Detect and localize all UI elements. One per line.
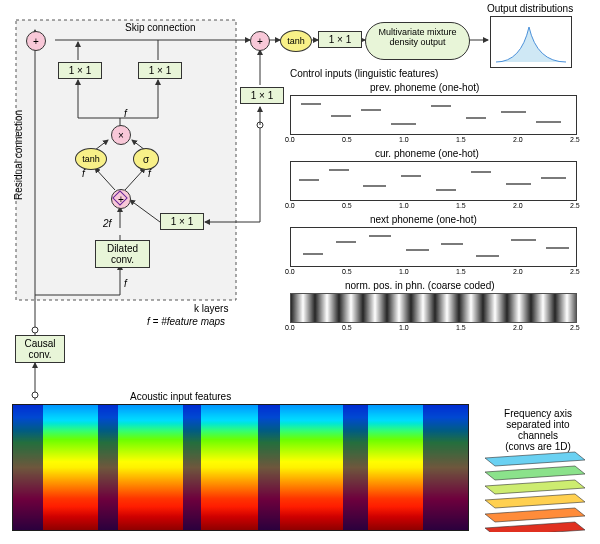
- nextphon-label: next phoneme (one-hot): [370, 214, 477, 225]
- tick-label: 2.0: [513, 324, 523, 331]
- svg-rect-61: [343, 405, 368, 530]
- skip-add-icon: +: [250, 31, 270, 51]
- tick-label: 2.5: [570, 136, 580, 143]
- tick-label: 2.5: [570, 268, 580, 275]
- spectrogram: [12, 404, 469, 531]
- svg-rect-60: [258, 405, 280, 530]
- svg-marker-67: [485, 508, 585, 522]
- svg-marker-66: [485, 494, 585, 508]
- mdn-output: Multivariate mixture density output: [365, 22, 470, 60]
- cur-phoneme-plot: [290, 161, 577, 201]
- ctrl-label: Control inputs (linguistic features): [290, 68, 438, 79]
- channel-strips: [485, 448, 585, 528]
- freqaxis-label: Frequency axis separated into channels (…: [488, 408, 588, 452]
- tick-label: 0.5: [342, 202, 352, 209]
- tick-label: 0.0: [285, 136, 295, 143]
- svg-rect-57: [13, 405, 43, 530]
- tick-label: 1.5: [456, 324, 466, 331]
- tick-label: 0.0: [285, 202, 295, 209]
- f-label: f: [124, 278, 127, 289]
- conv-1x1-cond: 1 × 1: [240, 87, 284, 104]
- tick-label: 0.5: [342, 136, 352, 143]
- svg-rect-59: [183, 405, 201, 530]
- svg-marker-65: [485, 480, 585, 494]
- tick-label: 2.0: [513, 202, 523, 209]
- curphon-label: cur. phoneme (one-hot): [375, 148, 479, 159]
- svg-rect-32: [113, 191, 127, 205]
- k-layers-label: k layers: [194, 303, 228, 314]
- outdist-label: Output distributions: [487, 3, 573, 14]
- conv-1x1: 1 × 1: [138, 62, 182, 79]
- next-phoneme-plot: [290, 227, 577, 267]
- residual-label: Residual connection: [13, 110, 24, 200]
- svg-rect-58: [98, 405, 118, 530]
- tick-label: 2.5: [570, 202, 580, 209]
- svg-point-30: [32, 392, 38, 398]
- tanh-activation: tanh: [280, 30, 312, 52]
- skip-label: Skip connection: [125, 22, 196, 33]
- f-label: f: [82, 168, 85, 179]
- tick-label: 2.5: [570, 324, 580, 331]
- f-label: f: [148, 168, 151, 179]
- normpos-plot: [290, 293, 577, 323]
- causal-conv: Causal conv.: [15, 335, 65, 363]
- tick-label: 1.0: [399, 136, 409, 143]
- svg-marker-68: [485, 522, 585, 532]
- prev-phoneme-plot: [290, 95, 577, 135]
- sigmoid-activation: σ: [133, 148, 159, 170]
- tick-label: 2.0: [513, 268, 523, 275]
- tick-label: 0.5: [342, 268, 352, 275]
- normpos-label: norm. pos. in phn. (coarse coded): [345, 280, 495, 291]
- f-label: f: [124, 108, 127, 119]
- gate-multiply-icon: ×: [111, 125, 131, 145]
- tick-label: 0.0: [285, 268, 295, 275]
- tick-label: 1.0: [399, 268, 409, 275]
- f-label: 2f: [103, 218, 111, 229]
- tick-label: 1.0: [399, 202, 409, 209]
- acoustic-label: Acoustic input features: [130, 391, 231, 402]
- svg-marker-63: [485, 452, 585, 466]
- dilated-conv: Dilated conv.: [95, 240, 150, 268]
- tick-label: 1.5: [456, 268, 466, 275]
- conv-1x1-cond: 1 × 1: [160, 213, 204, 230]
- tick-label: 1.5: [456, 136, 466, 143]
- tick-label: 2.0: [513, 136, 523, 143]
- conv-1x1: 1 × 1: [58, 62, 102, 79]
- svg-marker-64: [485, 466, 585, 480]
- tick-label: 0.0: [285, 324, 295, 331]
- svg-rect-62: [423, 405, 468, 530]
- residual-add-icon: +: [26, 31, 46, 51]
- fmaps-label: f = #feature maps: [147, 316, 225, 327]
- tick-label: 0.5: [342, 324, 352, 331]
- output-dist-plot: [490, 16, 572, 68]
- svg-point-3: [32, 327, 38, 333]
- prevphon-label: prev. phoneme (one-hot): [370, 82, 479, 93]
- tick-label: 1.5: [456, 202, 466, 209]
- tick-label: 1.0: [399, 324, 409, 331]
- tanh-activation: tanh: [75, 148, 107, 170]
- conv-1x1-out: 1 × 1: [318, 31, 362, 48]
